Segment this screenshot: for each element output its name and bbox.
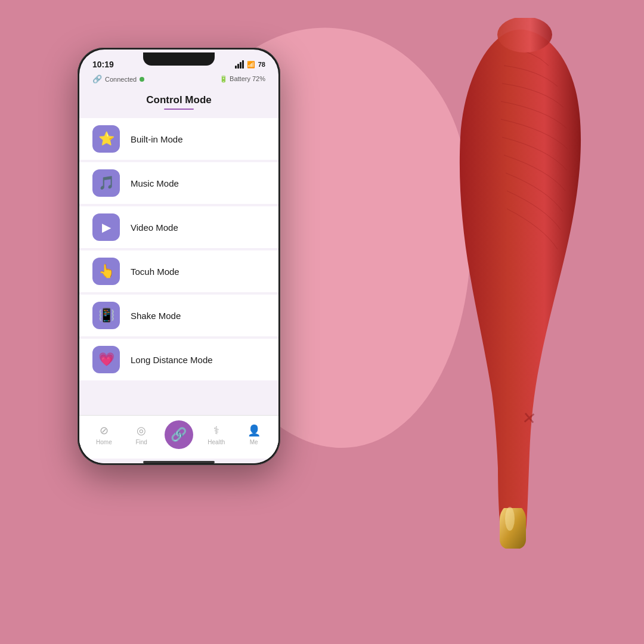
wifi-icon: 📶 — [247, 61, 255, 69]
battery-label: Battery 72% — [230, 75, 265, 82]
video-icon: ▶ — [92, 213, 120, 241]
phone-mockup: 10:19 📶 78 🔗 — [78, 48, 280, 465]
mode-item-shake[interactable]: 📳 Shake Mode — [79, 295, 278, 336]
connected-bar: 🔗 Connected 🔋 Battery 72% — [79, 73, 278, 88]
health-icon: ⚕ — [213, 424, 219, 437]
battery-status: 🔋 Battery 72% — [219, 75, 265, 83]
me-icon: 👤 — [247, 424, 261, 437]
svg-text:✕: ✕ — [521, 408, 537, 428]
longdistance-label: Long Distance Mode — [131, 355, 213, 365]
home-bar — [143, 461, 215, 463]
svg-point-0 — [497, 18, 552, 52]
mode-list: ⭐ Built-in Mode 🎵 Music Mode ▶ Video Mod… — [79, 113, 278, 415]
nav-find-label: Find — [135, 439, 147, 445]
connected-label: Connected — [105, 76, 137, 83]
mode-item-touch[interactable]: 👆 Tocuh Mode — [79, 250, 278, 292]
bottom-nav: ⊘ Home ◎ Find 🔗 ⚕ Health — [79, 415, 278, 459]
shake-label: Shake Mode — [131, 311, 181, 321]
video-label: Video Mode — [131, 222, 178, 233]
home-icon: ⊘ — [100, 424, 109, 437]
music-icon: 🎵 — [92, 169, 120, 197]
status-time: 10:19 — [92, 60, 114, 69]
screen-content: Control Mode ⭐ Built-in Mode 🎵 Music Mod… — [79, 88, 278, 463]
nav-home[interactable]: ⊘ Home — [89, 424, 119, 445]
connect-icon: 🔗 — [165, 420, 193, 449]
phone-notch — [143, 52, 215, 66]
signal-icon — [235, 60, 244, 69]
builtin-icon: ⭐ — [92, 125, 120, 153]
product-device: ✕ — [429, 18, 596, 555]
battery-icon: 🔋 — [219, 75, 228, 82]
svg-point-1 — [505, 507, 515, 531]
connected-dot — [140, 77, 144, 82]
find-icon: ◎ — [137, 424, 146, 437]
status-icons: 📶 78 — [235, 60, 265, 69]
mode-item-longdistance[interactable]: 💗 Long Distance Mode — [79, 339, 278, 380]
nav-find[interactable]: ◎ Find — [126, 424, 156, 445]
nav-health[interactable]: ⚕ Health — [202, 424, 231, 445]
product-svg: ✕ — [429, 18, 596, 555]
phone-frame: 10:19 📶 78 🔗 — [78, 48, 280, 465]
scene: 10:19 📶 78 🔗 — [0, 0, 644, 644]
builtin-label: Built-in Mode — [131, 134, 183, 144]
nav-me[interactable]: 👤 Me — [239, 424, 269, 445]
nav-health-label: Health — [208, 439, 225, 445]
connected-status: 🔗 Connected — [92, 75, 144, 83]
link-icon: 🔗 — [92, 75, 102, 83]
music-label: Music Mode — [131, 178, 179, 188]
battery-percent: 78 — [258, 61, 265, 68]
mode-item-builtin[interactable]: ⭐ Built-in Mode — [79, 118, 278, 160]
nav-me-label: Me — [250, 439, 258, 445]
mode-item-music[interactable]: 🎵 Music Mode — [79, 162, 278, 204]
control-mode-title: Control Mode — [79, 88, 278, 113]
touch-label: Tocuh Mode — [131, 267, 179, 277]
nav-home-label: Home — [96, 439, 112, 445]
longdistance-icon: 💗 — [92, 346, 120, 373]
mode-item-video[interactable]: ▶ Video Mode — [79, 206, 278, 248]
touch-icon: 👆 — [92, 258, 120, 285]
shake-icon: 📳 — [92, 302, 120, 329]
nav-connect[interactable]: 🔗 — [164, 420, 194, 449]
phone-screen: 10:19 📶 78 🔗 — [79, 49, 278, 463]
